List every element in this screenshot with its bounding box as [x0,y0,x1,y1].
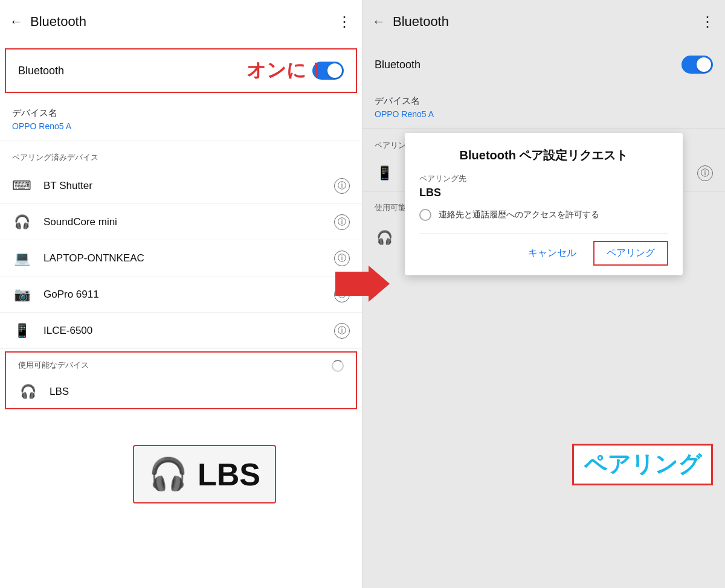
big-lbs-overlay: 🎧 LBS [133,445,276,503]
dialog-buttons: キャンセル ペアリング [419,233,668,266]
headphone-icon-soundcore: 🎧 [12,214,31,230]
dialog-checkbox-label: 連絡先と通話履歴へのアクセスを許可する [439,209,599,220]
right-device-name-value[interactable]: OPPO Reno5 A [375,109,713,119]
info-icon-soundcore[interactable]: ⓘ [334,214,350,230]
right-panel: ← Bluetooth ⋮ Bluetooth デバイス名 OPPO Reno5… [362,0,725,588]
device-name-laptop: LAPTOP-ONTNKEAC [44,252,334,264]
device-name-ilce: ILCE-6500 [44,325,334,337]
available-device-lbs[interactable]: 🎧 LBS [6,375,356,408]
left-header: ← Bluetooth ⋮ [0,0,362,43]
big-headphone-icon: 🎧 [149,456,188,493]
right-device-name-label: デバイス名 [375,95,713,107]
loading-spinner [332,360,344,372]
headphone-icon-lbs: 🎧 [18,384,37,400]
device-name-row: デバイス名 OPPO Reno5 A [0,98,362,141]
right-more-button[interactable]: ⋮ [700,13,715,30]
available-section-label: 使用可能なデバイス [6,353,356,375]
device-name-soundcore: SoundCore mini [44,216,334,228]
right-info-icon-ilce[interactable]: ⓘ [697,165,713,181]
bluetooth-pair-dialog: Bluetooth ペア設定リクエスト ペアリング先 LBS 連絡先と通話履歴へ… [405,133,683,275]
camera-icon-gopro: 📷 [12,287,31,302]
available-section: 使用可能なデバイス 🎧 LBS [5,351,357,409]
left-page-title: Bluetooth [30,14,337,30]
laptop-icon: 💻 [12,251,31,266]
info-icon-ilce[interactable]: ⓘ [334,323,350,339]
device-name-label: デバイス名 [12,107,350,119]
red-arrow-wrapper [335,266,390,302]
device-name-gopro: GoPro 6911 [44,289,334,301]
left-panel: ← Bluetooth ⋮ Bluetooth オンに！ デバイス名 OPPO … [0,0,362,588]
right-settings-list: Bluetooth デバイス名 OPPO Reno5 A ペアリング済みデバイス… [362,43,725,588]
info-icon-bt-shutter[interactable]: ⓘ [334,178,350,194]
right-bluetooth-toggle[interactable] [682,56,713,74]
paired-device-bt-shutter[interactable]: ⌨ BT Shutter ⓘ [0,168,362,204]
right-back-button[interactable]: ← [372,14,385,30]
paired-device-laptop[interactable]: 💻 LAPTOP-ONTNKEAC ⓘ [0,240,362,276]
left-back-button[interactable]: ← [10,14,23,30]
device-name-bt-shutter: BT Shutter [44,180,334,192]
device-name-lbs-available: LBS [50,386,344,398]
keyboard-icon: ⌨ [12,178,31,194]
svg-marker-0 [335,266,390,302]
dialog-checkbox-row: 連絡先と通話履歴へのアクセスを許可する [419,209,668,221]
dialog-device-name: LBS [419,187,668,199]
paired-device-soundcore[interactable]: 🎧 SoundCore mini ⓘ [0,204,362,240]
left-more-button[interactable]: ⋮ [337,13,352,30]
pairing-big-label: ペアリング [572,444,713,485]
dialog-cancel-button[interactable]: キャンセル [516,241,588,266]
paired-device-ilce[interactable]: 📱 ILCE-6500 ⓘ [0,313,362,349]
on-annotation: オンに！ [246,57,326,84]
right-page-title: Bluetooth [393,14,700,30]
right-bluetooth-toggle-row[interactable]: Bluetooth [362,43,725,86]
dialog-pair-button[interactable]: ペアリング [593,241,668,266]
right-phone-icon-ilce: 📱 [375,165,394,181]
dialog-radio-button[interactable] [419,209,431,221]
info-icon-laptop[interactable]: ⓘ [334,251,350,266]
right-bluetooth-label: Bluetooth [375,59,682,71]
paired-section-label: ペアリング済みデバイス [0,141,362,168]
device-name-value[interactable]: OPPO Reno5 A [12,121,350,131]
right-device-name-row: デバイス名 OPPO Reno5 A [362,86,725,129]
big-lbs-text: LBS [198,456,260,493]
right-header: ← Bluetooth ⋮ [362,0,725,43]
right-arrow-svg [335,266,390,302]
paired-device-gopro[interactable]: 📷 GoPro 6911 ⓘ [0,276,362,313]
dialog-title: Bluetooth ペア設定リクエスト [419,147,668,164]
left-settings-list: Bluetooth オンに！ デバイス名 OPPO Reno5 A ペアリング済… [0,43,362,588]
dialog-pair-target-label: ペアリング先 [419,173,668,184]
phone-icon-ilce: 📱 [12,323,31,339]
right-headphone-lbs: 🎧 [375,230,394,246]
